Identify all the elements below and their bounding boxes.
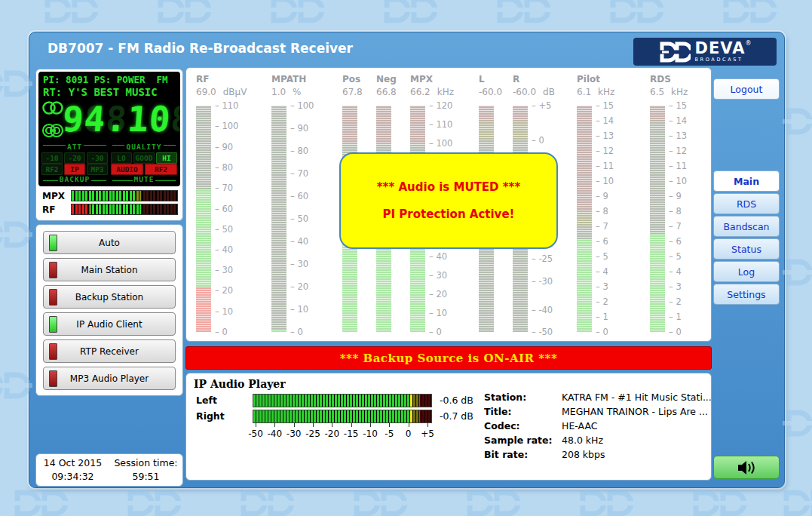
- meter-tick-label: – 3: [669, 281, 682, 292]
- player-meter-bar: [253, 410, 432, 423]
- clock-panel: 14 Oct 2015 09:34:32 Session time: 59:51: [35, 453, 183, 487]
- backup-onair-banner: *** Backup Source is ON-AIR ***: [185, 346, 712, 370]
- meter-tick-label: – 90: [215, 142, 233, 152]
- nav-tab-log[interactable]: Log: [713, 261, 780, 282]
- meter-tick-label: – 110: [429, 119, 452, 130]
- player-meter-value: -0.6 dB: [440, 395, 473, 406]
- date-label: 14 Oct 2015: [36, 456, 109, 470]
- player-title: IP Audio Player: [194, 378, 286, 390]
- scale-tick: [427, 423, 428, 427]
- lcd-group-label: MUTE: [111, 175, 177, 183]
- meter-header-pilot: Pilot6.1kHz: [577, 74, 614, 97]
- scale-tick-label: -10: [363, 428, 378, 439]
- meter-name: MPX: [410, 74, 454, 84]
- meter-tick-label: – 8: [596, 206, 608, 217]
- time-label: 09:34:32: [36, 470, 109, 484]
- source-button-mp3-audio-player[interactable]: MP3 Audio Player: [43, 367, 176, 390]
- deva-watermark-icon: [155, 0, 213, 29]
- meter-tick-label: – 20: [215, 285, 233, 296]
- meter-tick-label: – 0: [532, 135, 544, 146]
- meter-tick-label: – 2: [669, 296, 682, 307]
- source-button-auto[interactable]: Auto: [43, 231, 176, 254]
- meter-bar-mpath: [271, 106, 286, 332]
- deva-watermark-icon: [607, 0, 666, 29]
- player-meter-scale: -50-40-30-25-20-15-10-50+5: [253, 423, 434, 443]
- meter-tick-label: – 30: [290, 259, 308, 269]
- meter-tick-label: – 12: [596, 146, 614, 156]
- date-time: 14 Oct 2015 09:34:32: [36, 456, 109, 484]
- meter-name: RF: [196, 74, 247, 84]
- deva-watermark-icon: [237, 487, 296, 516]
- lcd-group-backup: RF2IPMP3BACKUP: [41, 162, 108, 183]
- status-led-red: [49, 343, 57, 360]
- meter-header-neg: Neg66.8: [376, 74, 397, 97]
- meter-value: 66.8: [376, 87, 397, 97]
- mini-meter-bar: [71, 190, 178, 201]
- source-button-main-station[interactable]: Main Station: [43, 258, 176, 281]
- meter-tick-label: – 100: [290, 100, 314, 111]
- meter-tick-label: – 13: [596, 131, 614, 141]
- logo-sub: BROADCAST: [695, 57, 752, 63]
- meter-value: 6.1kHz: [577, 87, 614, 97]
- scale-tick-label: -30: [286, 428, 302, 439]
- mute-toggle-button[interactable]: [713, 456, 780, 479]
- info-value: 48.0 kHz: [562, 435, 603, 446]
- meter-tick-label: – 10: [669, 176, 687, 186]
- scale-tick: [351, 423, 352, 427]
- meter-tick-label: – 6: [669, 236, 682, 247]
- meter-tick-label: – 60: [215, 204, 233, 214]
- info-value: MEGHAN TRAINOR - Lips Are ...: [562, 406, 708, 417]
- logout-button[interactable]: Logout: [713, 78, 780, 100]
- session-time-value: 59:51: [109, 470, 182, 484]
- meter-header-rf: RF69.0dBµV: [196, 74, 247, 97]
- nav-tab-main[interactable]: Main: [713, 170, 780, 192]
- ip-audio-player-panel: IP Audio Player Left-0.6 dBRight-0.7 dB …: [185, 373, 712, 481]
- nav-tab-rds[interactable]: RDS: [713, 193, 780, 214]
- scale-tick-label: -25: [305, 428, 320, 439]
- source-button-backup-station[interactable]: Backup Station: [43, 285, 176, 309]
- frequency-display: 188.88 94.10: [61, 99, 179, 140]
- meter-value: 1.0%: [271, 87, 306, 97]
- meter-value: -60.0: [479, 87, 502, 97]
- mute-alert-box: *** Audio is MUTED *** PI Protection Act…: [339, 152, 558, 249]
- scale-tick-label: -40: [268, 428, 283, 439]
- scale-tick-label: +5: [421, 428, 434, 439]
- deva-watermark-icon: [494, 0, 553, 29]
- meter-header-r: R-60.0dB: [513, 74, 555, 97]
- source-button-ip-audio-client[interactable]: IP Audio Client: [43, 312, 176, 336]
- nav-tab-settings[interactable]: Settings: [713, 284, 780, 305]
- scale-tick: [370, 423, 371, 427]
- deva-logo: DEVA® BROADCAST: [633, 38, 777, 66]
- meter-tick-label: – 0: [429, 327, 442, 337]
- mini-meter-label: MPX: [42, 191, 71, 201]
- meter-name: Neg: [376, 74, 397, 84]
- nav-tab-status[interactable]: Status: [713, 238, 780, 260]
- speaker-icon: [736, 459, 757, 476]
- scale-tick: [313, 423, 314, 427]
- deva-watermark-icon: [783, 256, 812, 291]
- deva-watermark-icon: [0, 370, 32, 404]
- meter-tick-label: – 13: [669, 131, 687, 141]
- lcd-indicator-mp3: MP3: [87, 164, 108, 175]
- meter-name: MPATH: [271, 74, 306, 84]
- meter-tick-label: – 8: [669, 206, 682, 217]
- scale-tick-label: 0: [406, 428, 412, 439]
- meter-tick-label: – 0: [596, 327, 608, 337]
- nav-tab-bandscan[interactable]: Bandscan: [713, 216, 780, 237]
- source-button-label: Backup Station: [44, 292, 175, 303]
- source-button-label: IP Audio Client: [44, 319, 175, 330]
- source-button-rtp-receiver[interactable]: RTP Receiver: [43, 339, 176, 363]
- meter-tick-label: – 20: [429, 289, 447, 299]
- meter-tick-label: – 10: [596, 176, 614, 186]
- deva-watermark-icon: [783, 407, 812, 442]
- deva-watermark-icon: [783, 106, 812, 140]
- source-button-label: MP3 Audio Player: [44, 373, 175, 384]
- lcd-indicator-audio: AUDIO: [111, 164, 143, 175]
- meter-tick-label: – 9: [669, 191, 682, 201]
- deva-watermark-icon: [351, 487, 409, 516]
- status-led-red: [49, 370, 57, 387]
- mini-meter-label: RF: [42, 204, 71, 215]
- deva-watermark-icon: [577, 487, 636, 516]
- lcd-group-label: QUALITY: [111, 143, 177, 151]
- meter-value: 67.8: [342, 87, 363, 97]
